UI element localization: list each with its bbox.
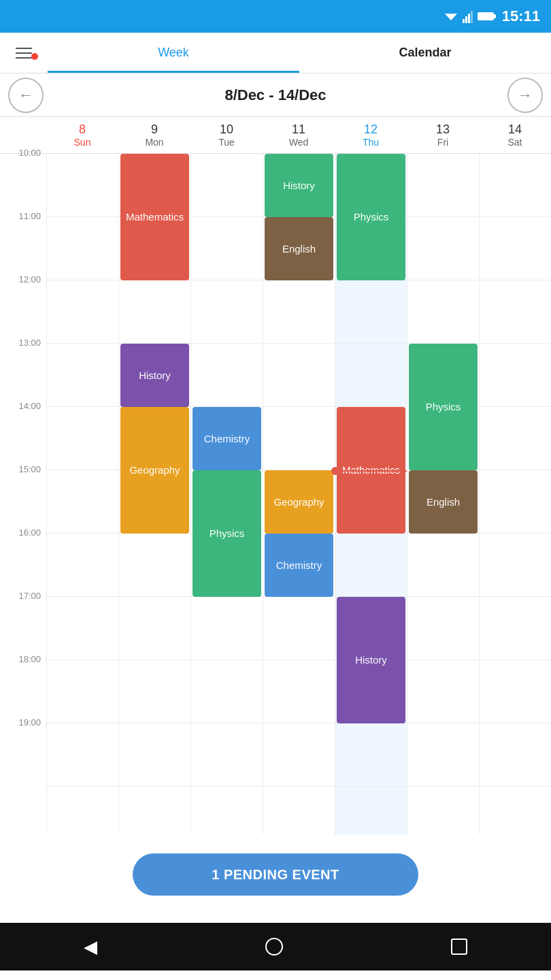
day-name-thu: Thu (335, 137, 407, 148)
time-column: 10:00 11:00 12:00 13:00 14:00 15:00 16:0… (0, 154, 46, 834)
next-week-button[interactable]: → (507, 78, 543, 113)
day-name-sun: Sun (46, 137, 118, 148)
menu-button[interactable] (0, 48, 48, 59)
event-mon-geography[interactable]: Geography (120, 407, 189, 534)
event-wed-chemistry[interactable]: Chemistry (265, 534, 333, 597)
time-1600: 16:00 (0, 534, 46, 597)
event-fri-physics[interactable]: Physics (409, 344, 478, 470)
time-1800: 18:00 (0, 660, 46, 723)
day-num-fri: 13 (407, 122, 479, 137)
pending-event-banner[interactable]: 1 PENDING EVENT (133, 853, 418, 896)
current-time-indicator (335, 470, 407, 472)
day-header-sat: 14 Sat (479, 117, 551, 153)
time-1100: 11:00 (0, 217, 46, 280)
calendar-grid: 10:00 11:00 12:00 13:00 14:00 15:00 16:0… (0, 154, 551, 834)
day-col-sat (479, 154, 551, 834)
svg-rect-2 (463, 19, 465, 23)
event-wed-history[interactable]: History (265, 154, 333, 217)
hamburger-icon (16, 48, 32, 59)
day-col-wed: History English Geography Chemistry (263, 154, 335, 834)
event-tue-chemistry[interactable]: Chemistry (193, 407, 261, 470)
event-tue-physics[interactable]: Physics (193, 470, 261, 597)
battery-icon (478, 11, 497, 22)
status-icons (444, 10, 497, 23)
time-1300: 13:00 (0, 344, 46, 407)
time-1400: 14:00 (0, 407, 46, 470)
time-1000: 10:00 (0, 154, 46, 217)
day-col-sun (46, 154, 118, 834)
days-grid: Mathematics History Geography Chemistry … (46, 154, 551, 834)
day-header-mon: 9 Mon (118, 117, 190, 153)
time-1200: 12:00 (0, 280, 46, 344)
day-num-sun: 8 (46, 122, 118, 137)
svg-rect-5 (471, 11, 473, 23)
event-fri-english[interactable]: English (409, 470, 478, 534)
svg-rect-7 (494, 14, 496, 18)
event-thu-history[interactable]: History (337, 597, 405, 723)
day-header-wed: 11 Wed (263, 117, 335, 153)
notification-dot (31, 53, 38, 60)
current-time-dot (331, 467, 339, 475)
bottom-nav: ◀ (0, 923, 551, 970)
recents-button[interactable] (451, 938, 467, 955)
day-header-tue: 10 Tue (190, 117, 263, 153)
svg-rect-4 (468, 14, 470, 23)
week-header: ← 8/Dec - 14/Dec → (0, 74, 551, 117)
status-time: 15:11 (502, 7, 540, 25)
day-name-fri: Fri (407, 137, 479, 148)
svg-rect-6 (478, 12, 494, 20)
day-name-sat: Sat (479, 137, 551, 148)
time-1900: 19:00 (0, 723, 46, 787)
day-num-sat: 14 (479, 122, 551, 137)
event-mon-mathematics[interactable]: Mathematics (120, 154, 189, 280)
week-range: 8/Dec - 14/Dec (224, 86, 326, 104)
nav-tabs: Week Calendar (48, 33, 551, 73)
prev-week-button[interactable]: ← (8, 78, 44, 113)
back-button[interactable]: ◀ (84, 936, 97, 958)
tab-week[interactable]: Week (48, 33, 299, 73)
day-num-wed: 11 (263, 122, 335, 137)
day-num-thu: 12 (335, 122, 407, 137)
status-bar: 15:11 (0, 0, 551, 33)
time-1700: 17:00 (0, 597, 46, 660)
svg-rect-3 (465, 16, 467, 23)
day-name-mon: Mon (118, 137, 190, 148)
day-num-tue: 10 (190, 122, 263, 137)
signal-icon (463, 10, 473, 23)
day-header-thu: 12 Thu (335, 117, 407, 153)
event-mon-history[interactable]: History (120, 344, 189, 407)
day-col-mon: Mathematics History Geography (118, 154, 190, 834)
day-col-thu: Physics Mathematics History (335, 154, 407, 834)
day-header-fri: 13 Fri (407, 117, 479, 153)
day-col-fri: Physics English (407, 154, 479, 834)
tab-calendar[interactable]: Calendar (299, 33, 551, 73)
event-thu-physics[interactable]: Physics (337, 154, 405, 280)
day-num-mon: 9 (118, 122, 190, 137)
day-headers: 8 Sun 9 Mon 10 Tue 11 Wed 12 Thu 13 Fri … (0, 117, 551, 154)
home-button[interactable] (265, 938, 283, 956)
event-wed-geography[interactable]: Geography (265, 470, 333, 534)
day-name-tue: Tue (190, 137, 263, 148)
day-header-sun: 8 Sun (46, 117, 118, 153)
time-1500: 15:00 (0, 470, 46, 534)
event-wed-english[interactable]: English (265, 217, 333, 280)
top-nav: Week Calendar (0, 33, 551, 74)
day-col-tue: Chemistry Physics (190, 154, 263, 834)
wifi-icon (444, 11, 458, 22)
day-name-wed: Wed (263, 137, 335, 148)
